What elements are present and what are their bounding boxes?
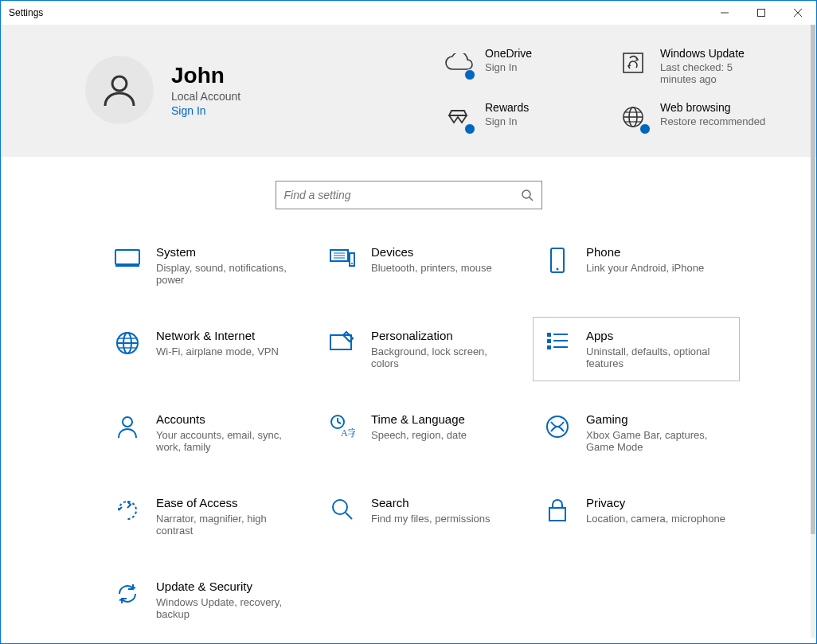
svg-line-12 — [530, 197, 533, 201]
svg-point-35 — [123, 417, 132, 427]
tile-sub: Last checked: 5 minutes ago — [660, 61, 772, 85]
category-desc: Your accounts, email, sync, work, family — [156, 429, 299, 453]
update-security-icon — [113, 581, 142, 610]
category-privacy[interactable]: Privacy Location, camera, microphone — [533, 484, 740, 548]
personalization-icon — [328, 330, 357, 359]
category-title: Time & Language — [371, 412, 467, 426]
svg-rect-29 — [547, 333, 551, 337]
search-box[interactable] — [276, 181, 542, 209]
category-title: Phone — [586, 245, 704, 259]
category-title: Privacy — [586, 496, 725, 509]
category-desc: Location, camera, microphone — [586, 513, 725, 525]
settings-window: Settings John Local Account — [0, 0, 817, 644]
category-title: Accounts — [156, 412, 299, 426]
scrollbar-thumb[interactable] — [811, 25, 815, 534]
account-type: Local Account — [171, 90, 240, 103]
category-desc: Find my files, permissions — [371, 513, 491, 525]
category-title: Search — [371, 496, 491, 509]
tile-sub: Sign In — [485, 115, 529, 127]
category-desc: Wi-Fi, airplane mode, VPN — [156, 345, 279, 357]
svg-rect-13 — [115, 250, 139, 264]
category-personalization[interactable]: Personalization Background, lock screen,… — [318, 317, 525, 381]
category-ease-of-access[interactable]: Ease of Access Narrator, magnifier, high… — [103, 484, 310, 548]
category-devices[interactable]: Devices Bluetooth, printers, mouse — [318, 233, 525, 298]
category-time-language[interactable]: A字 Time & Language Speech, region, date — [318, 400, 525, 465]
category-title: System — [156, 245, 299, 259]
rewards-icon — [442, 101, 474, 133]
tile-web-browsing[interactable]: Web browsing Restore recommended — [617, 101, 776, 133]
category-title: Gaming — [586, 412, 729, 426]
header-tiles: OneDrive Sign In Windows Update Last che… — [442, 47, 776, 133]
category-phone[interactable]: Phone Link your Android, iPhone — [533, 233, 740, 298]
tile-rewards[interactable]: Rewards Sign In — [442, 101, 601, 133]
time-language-icon: A字 — [328, 414, 357, 443]
tile-windows-update[interactable]: Windows Update Last checked: 5 minutes a… — [617, 47, 776, 85]
category-desc: Narrator, magnifier, high contrast — [156, 513, 299, 537]
account-section: John Local Account Sign In — [85, 47, 240, 133]
tile-title: Windows Update — [660, 47, 772, 60]
category-title: Ease of Access — [156, 496, 299, 509]
tile-sub: Restore recommended — [660, 115, 765, 127]
settings-categories: System Display, sound, notifications, po… — [1, 233, 816, 632]
account-text: John Local Account Sign In — [171, 63, 240, 117]
close-button[interactable] — [780, 1, 816, 25]
search-icon — [328, 498, 357, 526]
devices-icon — [328, 247, 357, 275]
category-accounts[interactable]: Accounts Your accounts, email, sync, wor… — [103, 400, 310, 465]
search-section — [1, 157, 816, 233]
category-desc: Xbox Game Bar, captures, Game Mode — [586, 429, 729, 453]
person-icon — [100, 71, 139, 109]
tile-title: Web browsing — [660, 101, 765, 114]
apps-icon — [543, 330, 572, 359]
category-system[interactable]: System Display, sound, notifications, po… — [103, 233, 310, 298]
window-title: Settings — [9, 7, 43, 18]
category-desc: Windows Update, recovery, backup — [156, 596, 299, 620]
svg-rect-1 — [758, 10, 765, 17]
update-icon — [617, 47, 649, 79]
window-controls — [706, 1, 816, 25]
category-desc: Uninstall, defaults, optional features — [586, 345, 729, 369]
category-title: Personalization — [371, 329, 514, 342]
svg-text:A字: A字 — [341, 427, 355, 439]
accounts-icon — [113, 414, 142, 443]
titlebar: Settings — [1, 1, 816, 25]
category-update-security[interactable]: Update & Security Windows Update, recove… — [103, 568, 310, 632]
svg-point-17 — [351, 263, 353, 264]
category-desc: Background, lock screen, colors — [371, 345, 514, 369]
category-title: Network & Internet — [156, 329, 279, 342]
avatar[interactable] — [85, 56, 154, 124]
account-name: John — [171, 63, 240, 88]
gaming-icon — [543, 414, 572, 443]
category-gaming[interactable]: Gaming Xbox Game Bar, captures, Game Mod… — [533, 400, 740, 465]
system-icon — [113, 247, 142, 275]
minimize-button[interactable] — [706, 1, 743, 25]
account-signin-link[interactable]: Sign In — [171, 104, 240, 117]
category-apps[interactable]: Apps Uninstall, defaults, optional featu… — [533, 317, 740, 381]
scrollbar[interactable] — [811, 25, 815, 638]
category-network[interactable]: Network & Internet Wi-Fi, airplane mode,… — [103, 317, 310, 381]
category-title: Update & Security — [156, 580, 299, 593]
svg-point-22 — [557, 268, 559, 271]
category-title: Apps — [586, 329, 729, 342]
svg-line-38 — [338, 422, 341, 423]
category-desc: Speech, region, date — [371, 429, 467, 441]
search-icon — [521, 189, 534, 201]
svg-rect-31 — [547, 345, 551, 349]
category-search[interactable]: Search Find my files, permissions — [318, 484, 525, 548]
category-desc: Display, sound, notifications, power — [156, 262, 299, 286]
globe-icon — [113, 330, 142, 359]
lock-icon — [543, 498, 572, 526]
category-desc: Bluetooth, printers, mouse — [371, 262, 492, 274]
search-input[interactable] — [284, 189, 521, 201]
tile-title: OneDrive — [485, 47, 532, 60]
globe-icon — [617, 101, 649, 133]
svg-point-11 — [522, 190, 530, 198]
settings-header: John Local Account Sign In OneDrive Sign… — [1, 25, 816, 157]
maximize-button[interactable] — [743, 1, 780, 25]
cloud-icon — [442, 47, 474, 79]
svg-line-42 — [346, 513, 352, 519]
tile-title: Rewards — [485, 101, 529, 114]
tile-onedrive[interactable]: OneDrive Sign In — [442, 47, 601, 85]
svg-rect-43 — [549, 508, 565, 521]
tile-sub: Sign In — [485, 61, 532, 73]
